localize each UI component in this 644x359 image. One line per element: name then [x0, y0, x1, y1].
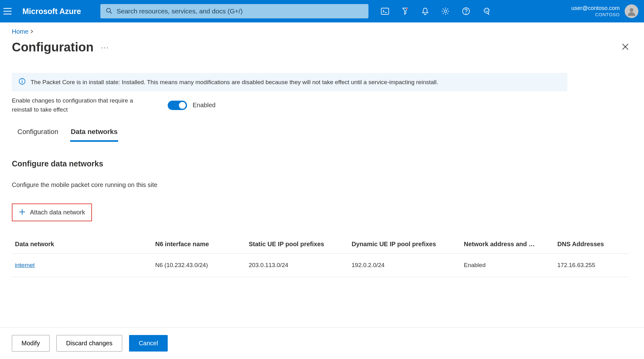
col-header-nat[interactable]: Network address and …: [464, 241, 557, 248]
cell-dynamic-prefixes: 192.0.2.0/24: [352, 262, 464, 269]
search-icon: [106, 8, 112, 15]
svg-line-4: [110, 12, 112, 14]
cell-n6: N6 (10.232.43.0/24): [155, 262, 249, 269]
svg-point-20: [488, 10, 489, 11]
svg-point-3: [107, 8, 111, 12]
info-banner: The Packet Core is in install state: Ins…: [12, 73, 567, 91]
attach-data-network-label: Attach data network: [30, 209, 85, 216]
search-input[interactable]: [117, 7, 363, 15]
table-row: internet N6 (10.232.43.0/24) 203.0.113.0…: [12, 254, 629, 277]
svg-point-8: [444, 10, 447, 12]
svg-line-15: [447, 9, 448, 10]
plus-icon: [19, 208, 26, 216]
settings-icon[interactable]: [441, 7, 449, 15]
section-subheading: Configure the mobile packet core running…: [12, 181, 632, 189]
col-header-data-network[interactable]: Data network: [15, 241, 155, 248]
data-network-link[interactable]: internet: [15, 262, 35, 268]
svg-point-19: [485, 10, 486, 11]
svg-line-16: [443, 13, 444, 14]
breadcrumb: Home: [12, 28, 632, 35]
svg-point-18: [466, 13, 467, 14]
avatar[interactable]: [625, 4, 638, 18]
table-header-row: Data network N6 interface name Static UE…: [12, 235, 629, 254]
col-header-static-prefixes[interactable]: Static UE IP pool prefixes: [249, 241, 352, 248]
tab-data-networks[interactable]: Data networks: [70, 125, 118, 142]
brand-label[interactable]: Microsoft Azure: [22, 7, 81, 16]
close-icon[interactable]: [622, 43, 629, 51]
cell-nat: Enabled: [464, 262, 557, 269]
cell-static-prefixes: 203.0.113.0/24: [249, 262, 352, 269]
reinstall-toggle-state: Enabled: [193, 102, 215, 109]
reinstall-toggle-description: Enable changes to configuration that req…: [12, 96, 146, 114]
help-icon[interactable]: [462, 7, 470, 15]
account-tenant: CONTOSO: [571, 12, 620, 18]
modify-button[interactable]: Modify: [12, 335, 50, 352]
discard-changes-button[interactable]: Discard changes: [56, 335, 122, 352]
more-actions-icon[interactable]: ···: [101, 43, 109, 52]
col-header-n6[interactable]: N6 interface name: [155, 241, 249, 248]
col-header-dns[interactable]: DNS Addresses: [557, 241, 632, 248]
tab-configuration[interactable]: Configuration: [17, 125, 59, 142]
notifications-icon[interactable]: [421, 7, 429, 15]
info-icon: [19, 78, 26, 86]
info-banner-message: The Packet Core is in install state: Ins…: [31, 79, 438, 86]
cancel-button[interactable]: Cancel: [129, 335, 168, 352]
attach-data-network-button[interactable]: Attach data network: [12, 203, 92, 221]
svg-point-25: [22, 79, 23, 80]
reinstall-toggle[interactable]: [168, 101, 187, 110]
page-title: Configuration: [12, 40, 94, 54]
directory-filter-icon[interactable]: [401, 7, 409, 15]
feedback-icon[interactable]: [483, 7, 491, 15]
svg-point-7: [406, 8, 408, 9]
col-header-dynamic-prefixes[interactable]: Dynamic UE IP pool prefixes: [352, 241, 464, 248]
search-box[interactable]: [100, 4, 368, 18]
account-email[interactable]: user@contoso.com: [571, 5, 620, 12]
breadcrumb-home[interactable]: Home: [12, 28, 28, 35]
cloud-shell-icon[interactable]: [381, 8, 389, 15]
hamburger-icon[interactable]: [3, 8, 12, 15]
section-heading: Configure data networks: [12, 159, 632, 168]
cell-dns: 172.16.63.255: [557, 262, 632, 269]
svg-point-21: [630, 8, 633, 12]
svg-line-13: [443, 9, 444, 10]
chevron-right-icon: [30, 28, 33, 35]
svg-rect-5: [381, 8, 389, 14]
svg-line-14: [447, 13, 448, 14]
